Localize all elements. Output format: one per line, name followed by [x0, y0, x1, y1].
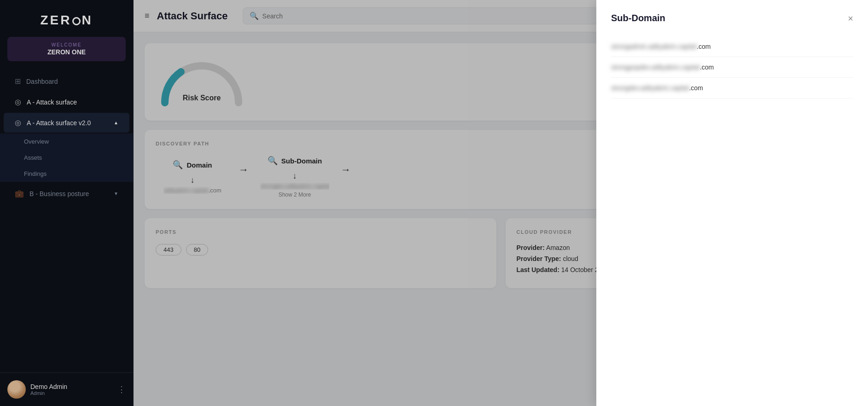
- subdomain-list: strongadmin.adityabrin.capital.com stron…: [611, 36, 853, 99]
- subdomain-clear-1: .com: [697, 43, 711, 50]
- subdomain-blur-1: strongadmin.adityabrin.capital: [611, 43, 697, 50]
- list-item: strongpopdev.adityabrin.capital.com: [611, 57, 853, 78]
- subdomain-blur-3: strongdev.adityabrin.capital: [611, 84, 689, 92]
- close-button[interactable]: ×: [848, 14, 853, 23]
- list-item: strongdev.adityabrin.capital.com: [611, 78, 853, 99]
- subdomain-clear-3: .com: [689, 84, 703, 92]
- list-item: strongadmin.adityabrin.capital.com: [611, 36, 853, 57]
- subdomain-panel: Sub-Domain × strongadmin.adityabrin.capi…: [596, 0, 868, 406]
- panel-title: Sub-Domain: [611, 13, 665, 23]
- subdomain-blur-2: strongpopdev.adityabrin.capital: [611, 64, 700, 71]
- subdomain-clear-2: .com: [700, 64, 714, 71]
- panel-header: Sub-Domain ×: [611, 13, 853, 23]
